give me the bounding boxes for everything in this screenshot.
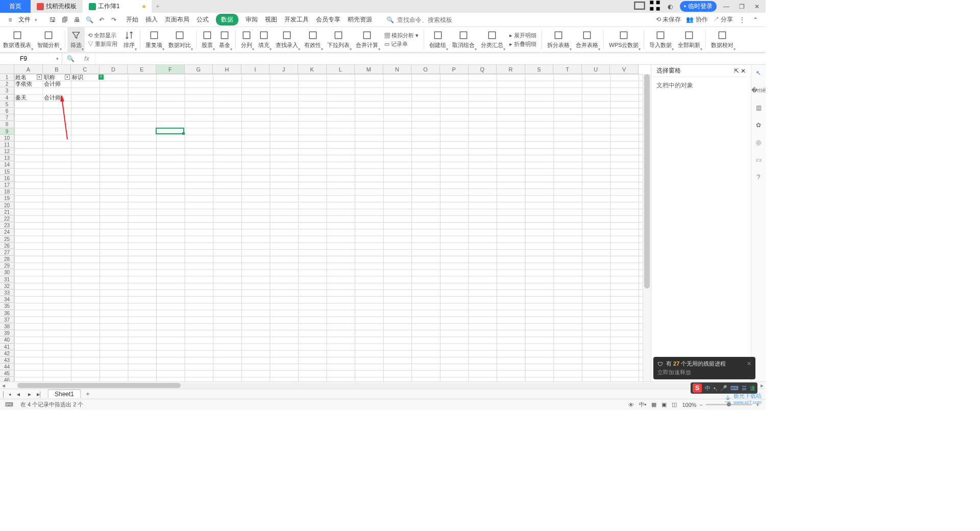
- file-menu[interactable]: 文件: [18, 15, 31, 24]
- apps-icon[interactable]: [649, 0, 660, 13]
- col-O[interactable]: O: [411, 65, 440, 74]
- row-7[interactable]: 7: [0, 114, 14, 121]
- not-saved-btn[interactable]: ⟲ 未保存: [656, 15, 681, 24]
- row-35[interactable]: 35: [0, 303, 14, 309]
- sheet-first-icon[interactable]: ⎸◂: [3, 390, 11, 398]
- row-30[interactable]: 30: [0, 269, 14, 276]
- btn-dropdown[interactable]: 下拉列表▾: [324, 27, 353, 53]
- read-icon[interactable]: ▭: [753, 155, 764, 165]
- col-D[interactable]: D: [100, 65, 128, 74]
- row-4[interactable]: 4: [0, 94, 14, 101]
- btn-compare[interactable]: 数据对比▾: [165, 27, 194, 53]
- layout-icon[interactable]: [634, 0, 645, 13]
- tab-template[interactable]: 找稻壳模板: [31, 0, 83, 13]
- undo-icon[interactable]: ↶: [97, 16, 106, 24]
- tab-home[interactable]: 首页: [0, 0, 31, 13]
- chevron-up-icon[interactable]: ⌃: [751, 16, 760, 24]
- row-21[interactable]: 21: [0, 209, 14, 215]
- preview-icon[interactable]: 🔍: [85, 16, 93, 24]
- filter-B[interactable]: ▾: [65, 75, 70, 80]
- horizontal-scrollbar[interactable]: ◂ ▸: [0, 381, 766, 389]
- col-S[interactable]: S: [525, 65, 554, 74]
- menu-开始[interactable]: 开始: [126, 15, 138, 24]
- col-P[interactable]: P: [440, 65, 469, 74]
- col-Q[interactable]: Q: [469, 65, 497, 74]
- row-18[interactable]: 18: [0, 188, 14, 195]
- zoom-out-icon[interactable]: −: [700, 402, 703, 408]
- col-A[interactable]: A: [14, 65, 43, 74]
- zhong-icon[interactable]: 中•: [639, 401, 647, 408]
- ime-set-icon[interactable]: ☰: [742, 385, 747, 392]
- name-box[interactable]: ▾: [0, 53, 62, 64]
- window-minimize[interactable]: —: [721, 3, 732, 10]
- share-btn[interactable]: ↗ 分享: [713, 15, 733, 24]
- col-R[interactable]: R: [497, 65, 525, 74]
- row-13[interactable]: 13: [0, 155, 14, 161]
- btn-tmerge[interactable]: 合并表格▾: [573, 27, 601, 53]
- search-fx-icon[interactable]: 🔍: [62, 55, 79, 62]
- redo-icon[interactable]: ↷: [110, 16, 118, 24]
- menu-数据[interactable]: 数据: [216, 14, 238, 26]
- col-B[interactable]: B: [43, 65, 71, 74]
- view-split-icon[interactable]: ◫: [672, 401, 677, 408]
- row-36[interactable]: 36: [0, 310, 14, 317]
- btn-proof[interactable]: 数据校对▾: [708, 27, 737, 53]
- save-icon[interactable]: 🖫: [48, 16, 57, 24]
- temp-login-button[interactable]: • 临时登录: [680, 1, 717, 12]
- row-26[interactable]: 26: [0, 243, 14, 249]
- btn-tsplit[interactable]: 拆分表格▾: [544, 27, 573, 53]
- ime-bar[interactable]: S 中 •, 🎤 ⌨ ☰ 速: [691, 382, 757, 394]
- style-icon[interactable]: �më: [753, 85, 764, 95]
- row-9[interactable]: 9: [0, 128, 14, 135]
- filter-sub[interactable]: ⟲ 全部显示▽ 重新应用: [85, 27, 120, 53]
- row-37[interactable]: 37: [0, 317, 14, 323]
- sheet-last-icon[interactable]: ▸⎸: [37, 390, 45, 398]
- row-38[interactable]: 38: [0, 323, 14, 330]
- btn-dup[interactable]: 重复项▾: [142, 27, 165, 53]
- menu-视图[interactable]: 视图: [265, 15, 277, 24]
- help-icon[interactable]: ?: [753, 172, 764, 182]
- close-pane-icon[interactable]: ✕: [741, 67, 746, 75]
- menu-公式[interactable]: 公式: [197, 15, 209, 24]
- layout-pane-icon[interactable]: ▥: [753, 103, 764, 113]
- col-V[interactable]: V: [610, 65, 639, 74]
- notification-popup[interactable]: 🛡 有 27 个无用的残留进程 ✕ 立即加速释放: [653, 357, 755, 379]
- row-16[interactable]: 16: [0, 175, 14, 182]
- row-31[interactable]: 31: [0, 276, 14, 283]
- print-icon[interactable]: 🖶: [73, 16, 81, 24]
- col-E[interactable]: E: [128, 65, 156, 74]
- ime-zh[interactable]: 中: [705, 384, 710, 392]
- btn-valid[interactable]: 有效性▾: [301, 27, 324, 53]
- btn-import[interactable]: 导入数据▾: [646, 27, 675, 53]
- menu-稻壳资源[interactable]: 稻壳资源: [348, 15, 372, 24]
- ime-mic-icon[interactable]: 🎤: [720, 385, 727, 392]
- window-close[interactable]: ✕: [751, 3, 763, 10]
- col-H[interactable]: H: [213, 65, 241, 74]
- col-G[interactable]: G: [185, 65, 213, 74]
- window-restore[interactable]: ❐: [736, 3, 747, 10]
- chevron-down-icon[interactable]: ▾: [56, 56, 59, 61]
- select-all-corner[interactable]: [0, 65, 14, 74]
- location-icon[interactable]: ◎: [753, 137, 764, 148]
- btn-sort[interactable]: 排序▾: [120, 27, 138, 53]
- ime-speed[interactable]: 速: [750, 384, 755, 392]
- collab-btn[interactable]: 👥 协作: [686, 15, 707, 24]
- command-search[interactable]: 🔍: [386, 16, 474, 23]
- btn-fund[interactable]: 基金▾: [216, 27, 233, 53]
- menu-开发工具[interactable]: 开发工具: [284, 15, 309, 24]
- menu-插入[interactable]: 插入: [145, 15, 158, 24]
- row-17[interactable]: 17: [0, 182, 14, 188]
- formula-input[interactable]: [95, 53, 766, 64]
- zoom-control[interactable]: 100% − ＋: [682, 401, 761, 408]
- cell-B4[interactable]: 会计师: [43, 94, 62, 101]
- row-34[interactable]: 34: [0, 296, 14, 303]
- view-page-icon[interactable]: ▣: [662, 401, 667, 408]
- ime-punct-icon[interactable]: •,: [714, 385, 717, 391]
- zoom-in-icon[interactable]: ＋: [755, 401, 761, 408]
- filter-A[interactable]: ▾: [37, 75, 42, 80]
- col-J[interactable]: J: [270, 65, 298, 74]
- zoom-slider[interactable]: [706, 404, 752, 405]
- close-notify-icon[interactable]: ✕: [747, 360, 751, 367]
- row-22[interactable]: 22: [0, 215, 14, 222]
- row-25[interactable]: 25: [0, 236, 14, 243]
